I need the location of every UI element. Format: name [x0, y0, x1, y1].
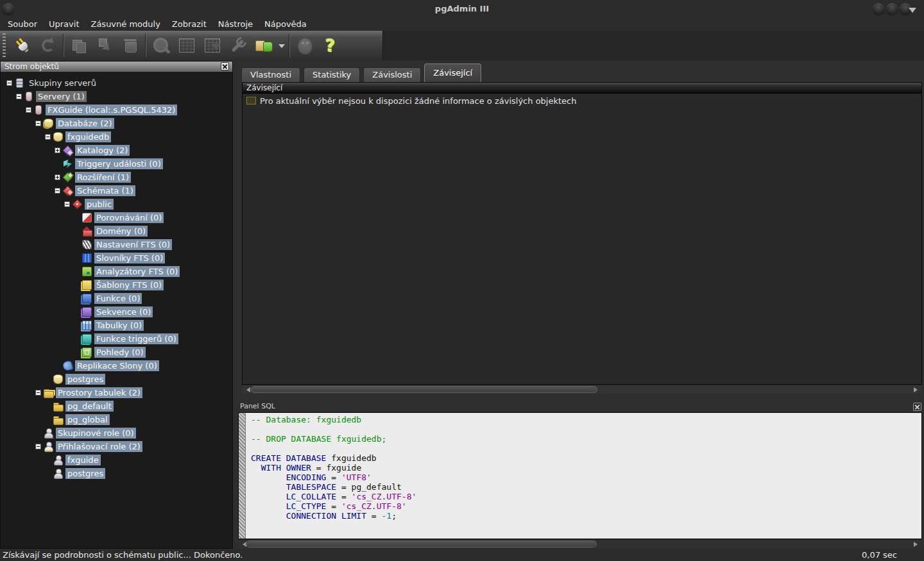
tree-item-label: Triggery události (0): [75, 158, 163, 169]
sql-pane[interactable]: -- Database: fxguidedb -- DROP DATABASE …: [238, 412, 922, 539]
tree-item[interactable]: Skupiny serverů: [1, 76, 232, 90]
refresh-button[interactable]: [35, 33, 61, 58]
tree-item[interactable]: Přihlašovací role (2): [1, 440, 232, 453]
expander-slot: [72, 281, 81, 290]
collapse-minus-icon[interactable]: [35, 444, 41, 449]
sql-line: ENCODING = 'UTF8': [251, 473, 920, 482]
tree-item-label: pg_default: [65, 401, 114, 412]
dependents-hscrollbar-thumb[interactable]: [251, 386, 597, 393]
properties-button[interactable]: [66, 33, 92, 58]
tree-item[interactable]: pg_default: [1, 399, 232, 413]
menu-item-soubor[interactable]: Soubor: [2, 17, 43, 31]
databases-icon: [44, 119, 53, 128]
help-button[interactable]: ?: [318, 33, 343, 58]
menu-item-n-pov-da[interactable]: Nápověda: [259, 17, 312, 31]
sql-hscrollbar[interactable]: [238, 539, 922, 548]
menu-item-n-stroje[interactable]: Nástroje: [212, 17, 259, 31]
expander-slot: [72, 348, 81, 357]
tree-item[interactable]: Katalogy (2): [1, 144, 232, 157]
collapse-minus-icon[interactable]: [45, 134, 51, 140]
tree-item[interactable]: Funkce (0): [1, 292, 232, 305]
tab-z-vislosti[interactable]: Závislosti: [363, 67, 421, 82]
tables-icon: [82, 321, 92, 330]
tree-item[interactable]: Replikace Slony (0): [1, 359, 232, 373]
collapse-minus-icon[interactable]: [6, 80, 12, 86]
collapse-minus-icon[interactable]: [64, 201, 70, 207]
tree-item[interactable]: Skupinové role (0): [1, 426, 232, 440]
connect-button[interactable]: [10, 33, 35, 58]
scroll-right-icon[interactable]: [914, 542, 920, 547]
view-data-button[interactable]: [174, 33, 200, 58]
tree-item[interactable]: FXGuide (local:.s.PGSQL.5432): [1, 103, 232, 117]
collapse-minus-icon[interactable]: [26, 107, 31, 113]
tree-item[interactable]: Servery (1): [1, 90, 232, 103]
dependents-hscrollbar[interactable]: [242, 385, 922, 394]
tree-item[interactable]: Tabulky (0): [1, 319, 232, 332]
tree-item[interactable]: Domény (0): [1, 224, 232, 238]
maintenance-button[interactable]: [225, 33, 251, 58]
create-object-button[interactable]: [92, 33, 117, 58]
tree-item[interactable]: Databáze (2): [1, 117, 232, 130]
sql-hscrollbar-thumb[interactable]: [246, 540, 597, 548]
expander-slot: [43, 375, 52, 384]
menu-item-zobrazit[interactable]: Zobrazit: [166, 17, 212, 31]
collapse-minus-icon[interactable]: [35, 390, 41, 396]
tree-item[interactable]: Pohledy (0): [1, 346, 232, 359]
tree-item[interactable]: Schémata (1): [1, 184, 232, 197]
properties-icon: [69, 36, 89, 55]
tree-item[interactable]: Prostory tabulek (2): [1, 386, 232, 399]
tree-item[interactable]: Sekvence (0): [1, 305, 232, 319]
scroll-right-icon[interactable]: [914, 387, 920, 392]
plugins-dropdown-button[interactable]: [277, 33, 287, 58]
tree-item[interactable]: fxguidedb: [1, 130, 232, 144]
collapse-minus-icon[interactable]: [55, 188, 60, 194]
expander-slot: [53, 146, 62, 155]
drop-object-button[interactable]: [117, 33, 143, 58]
sql-pane-close-icon[interactable]: [913, 403, 921, 411]
expand-plus-icon[interactable]: [55, 147, 60, 153]
tree-item[interactable]: pg_global: [1, 413, 232, 426]
tree-item[interactable]: Rozšíření (1): [1, 171, 232, 184]
scroll-left-icon[interactable]: [244, 387, 250, 392]
tab-list-dropdown-icon[interactable]: [909, 8, 916, 17]
tree-item[interactable]: Nastavení FTS (0): [1, 238, 232, 251]
tree-item[interactable]: postgres: [1, 373, 232, 386]
query-tool-button[interactable]: [148, 33, 174, 58]
object-browser-close-icon[interactable]: [221, 62, 229, 71]
expand-plus-icon[interactable]: [55, 174, 60, 180]
collapse-minus-icon[interactable]: [35, 121, 41, 126]
tree-item[interactable]: Analyzátory FTS (0): [1, 265, 232, 278]
plugins-button[interactable]: [251, 33, 277, 58]
tab-z-visej-c-[interactable]: Závisející: [424, 63, 481, 82]
filtered-view-button[interactable]: [200, 33, 225, 58]
dependents-column-header[interactable]: Závisející: [243, 83, 921, 94]
menu-item-z-suvn-moduly[interactable]: Zásuvné moduly: [85, 17, 166, 31]
sql-line: LC_COLLATE = 'cs_CZ.UTF-8': [251, 492, 920, 501]
tree-item[interactable]: fxguide: [1, 453, 232, 467]
collapse-minus-icon[interactable]: [16, 94, 22, 99]
tree-item[interactable]: Funkce triggerů (0): [1, 332, 232, 346]
tree-item-label: Rozšíření (1): [75, 172, 131, 183]
tree-item[interactable]: public: [1, 197, 232, 211]
tree-item[interactable]: Slovníky FTS (0): [1, 251, 232, 265]
tab-statistiky[interactable]: Statistiky: [304, 67, 360, 82]
sql-pane-caption: Panel SQL: [237, 401, 924, 412]
tree-item[interactable]: postgres: [1, 467, 232, 480]
hints-button[interactable]: [292, 33, 318, 58]
window-maximize-button[interactable]: [886, 3, 898, 15]
status-bar: Získávají se podrobnosti o schématu publ…: [0, 549, 924, 561]
toolbar-gripper[interactable]: [3, 33, 6, 58]
dependents-message-row[interactable]: Pro aktuální výběr nejsou k dispozici žá…: [243, 94, 921, 108]
domains-icon: [82, 226, 92, 236]
sql-line: [251, 424, 920, 434]
tree-item-label: Katalogy (2): [75, 145, 130, 156]
sql-line: TABLESPACE = pg_default: [251, 482, 920, 492]
tree-item[interactable]: Porovnávání (0): [1, 211, 232, 224]
tab-vlastnosti[interactable]: Vlastnosti: [241, 67, 300, 82]
status-time: 0,07 sec: [862, 549, 897, 561]
tree-item[interactable]: Šablony FTS (0): [1, 278, 232, 292]
menu-item-upravit[interactable]: Upravit: [43, 17, 85, 31]
window-minimize-button[interactable]: [873, 3, 884, 15]
toolbar-separator: [145, 34, 146, 57]
tree-item[interactable]: Triggery události (0): [1, 157, 232, 171]
